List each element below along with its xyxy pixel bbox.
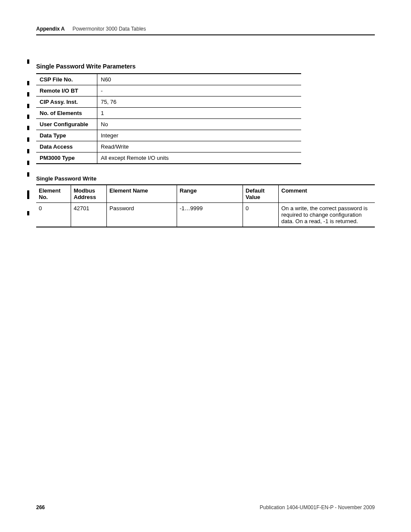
cell-range: -1…9999 [177,203,243,227]
change-bar [27,172,29,177]
col-header-element-name: Element Name [107,185,177,203]
param-row: User Configurable No [36,119,301,130]
param-value: 75, 76 [97,96,302,108]
param-label: Data Type [36,130,97,141]
change-bar [27,81,29,85]
change-bar [27,137,29,142]
change-bar [27,92,29,96]
param-value: Read/Write [97,141,302,152]
header-title: Powermonitor 3000 Data Tables [72,26,146,32]
page-header: Appendix A Powermonitor 3000 Data Tables [36,26,375,35]
param-row: No. of Elements 1 [36,108,301,119]
table-row: 0 42701 Password -1…9999 0 On a write, t… [36,203,375,227]
cell-element-no: 0 [36,203,71,227]
change-bar [27,115,29,119]
param-row: PM3000 Type All except Remote I/O units [36,152,301,164]
param-value: N60 [97,74,302,85]
change-bar [27,211,29,215]
param-value: All except Remote I/O units [97,152,302,164]
param-value: 1 [97,108,302,119]
col-header-comment: Comment [279,185,375,203]
param-row: Remote I/O BT - [36,85,301,96]
cell-element-name: Password [107,203,177,227]
section-title: Single Password Write Parameters [36,63,375,70]
param-row: CSP File No. N60 [36,74,301,85]
param-row: CIP Assy. Inst. 75, 76 [36,96,301,108]
param-value: No [97,119,302,130]
param-label: Data Access [36,141,97,152]
data-table: Element No. Modbus Address Element Name … [36,184,375,227]
appendix-label: Appendix A [36,26,65,32]
col-header-range: Range [177,185,243,203]
col-header-modbus-address: Modbus Address [71,185,107,203]
change-bar [27,126,29,130]
change-bar [27,149,29,153]
cell-modbus: 42701 [71,203,107,227]
param-label: No. of Elements [36,108,97,119]
param-label: PM3000 Type [36,152,97,164]
col-header-element-no: Element No. [36,185,71,203]
change-bar [27,104,29,108]
parameters-table: CSP File No. N60 Remote I/O BT - CIP Ass… [36,73,301,164]
page: Appendix A Powermonitor 3000 Data Tables… [0,0,411,532]
change-bar [27,190,29,199]
param-row: Data Type Integer [36,130,301,141]
param-label: User Configurable [36,119,97,130]
col-header-default-value: Default Value [243,185,279,203]
page-number: 266 [36,504,45,510]
sub-section-title: Single Password Write [36,175,375,182]
param-row: Data Access Read/Write [36,141,301,152]
cell-comment: On a write, the correct password is requ… [279,203,375,227]
param-value: - [97,85,302,96]
param-label: Remote I/O BT [36,85,97,96]
table-header-row: Element No. Modbus Address Element Name … [36,185,375,203]
change-bar [27,59,29,64]
change-bar [27,161,29,165]
cell-default: 0 [243,203,279,227]
param-label: CSP File No. [36,74,97,85]
param-value: Integer [97,130,302,141]
publication-info: Publication 1404-UM001F-EN-P - November … [260,504,375,510]
page-footer: 266 Publication 1404-UM001F-EN-P - Novem… [36,504,375,510]
param-label: CIP Assy. Inst. [36,96,97,108]
